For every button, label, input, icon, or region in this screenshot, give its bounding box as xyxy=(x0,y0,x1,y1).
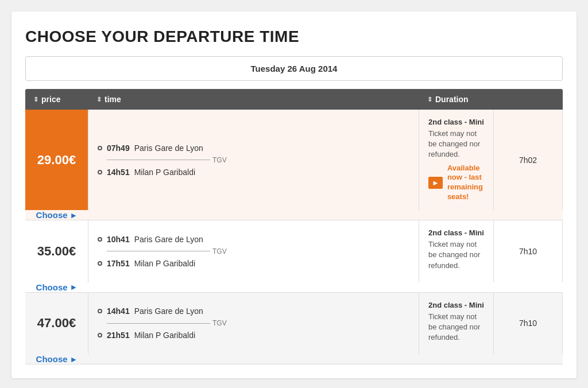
arrival-dot-3 xyxy=(98,333,102,337)
info-cell-3: 2nd class - Mini Ticket may not be chang… xyxy=(419,293,494,355)
sort-price-icon: ⇕ xyxy=(33,96,38,103)
header-price[interactable]: ⇕ price xyxy=(25,89,88,110)
table-row: 35.00€ 10h41 Paris Gare de Lyon TGV 17h5… xyxy=(25,220,563,293)
train-line-1: TGV xyxy=(98,156,409,164)
horiz-line-1 xyxy=(107,160,210,160)
departure-dot-3 xyxy=(98,309,102,313)
date-bar: Tuesday 26 Aug 2014 xyxy=(25,56,563,81)
sort-time-icon: ⇕ xyxy=(96,96,102,103)
time-cell-3: 14h41 Paris Gare de Lyon TGV 21h51 Milan… xyxy=(88,293,419,355)
duration-cell-3: 7h10 xyxy=(494,293,563,355)
price-cell-2: 35.00€ xyxy=(25,220,88,282)
train-line-2: TGV xyxy=(98,247,409,255)
header-time[interactable]: ⇕ time xyxy=(88,89,419,110)
arrival-dot-2 xyxy=(98,261,102,266)
duration-cell-2: 7h10 xyxy=(494,220,563,282)
departure-dot-2 xyxy=(98,237,102,242)
header-action xyxy=(494,89,563,110)
choose-button-3[interactable]: Choose ► xyxy=(36,354,78,364)
main-container: CHOOSE YOUR DEPARTURE TIME Tuesday 26 Au… xyxy=(11,11,577,378)
table-row: 47.00€ 14h41 Paris Gare de Lyon TGV 21h5… xyxy=(25,293,563,365)
choose-cell-1[interactable]: Choose ► xyxy=(25,210,88,220)
header-duration[interactable]: ⇕ Duration xyxy=(419,89,494,110)
sort-duration-icon: ⇕ xyxy=(427,96,432,103)
info-cell-1: 2nd class - Mini Ticket may not be chang… xyxy=(419,110,494,210)
time-cell-2: 10h41 Paris Gare de Lyon TGV 17h51 Milan… xyxy=(88,220,419,282)
departure-line-2: 10h41 Paris Gare de Lyon xyxy=(98,235,409,244)
price-cell-3: 47.00€ xyxy=(25,293,88,355)
departure-dot-1 xyxy=(98,146,102,150)
horiz-line-3 xyxy=(107,323,210,324)
table-header: ⇕ price ⇕ time ⇕ Duration xyxy=(25,89,563,110)
choose-arrow-icon-2: ► xyxy=(70,282,78,292)
choose-button-2[interactable]: Choose ► xyxy=(36,282,78,292)
available-badge-1: ► Available now - last remaining seats! xyxy=(428,164,484,203)
price-cell-1: 29.00€ xyxy=(25,110,88,210)
choose-cell-3[interactable]: Choose ► xyxy=(25,354,88,364)
departure-line-1: 07h49 Paris Gare de Lyon xyxy=(98,143,409,153)
choose-arrow-icon-1: ► xyxy=(70,211,78,220)
departure-line-3: 14h41 Paris Gare de Lyon xyxy=(98,306,409,316)
table-row: 29.00€ 07h49 Paris Gare de Lyon TGV 14h5… xyxy=(25,110,563,220)
arrival-line-3: 21h51 Milan P Garibaldi xyxy=(98,331,409,340)
arrow-icon-1: ► xyxy=(428,177,443,189)
choose-arrow-icon-3: ► xyxy=(70,355,78,364)
choose-cell-2[interactable]: Choose ► xyxy=(25,282,88,292)
info-cell-2: 2nd class - Mini Ticket may not be chang… xyxy=(419,220,494,282)
choose-button-1[interactable]: Choose ► xyxy=(36,210,78,220)
page-title: CHOOSE YOUR DEPARTURE TIME xyxy=(25,28,563,46)
duration-cell-1: 7h02 xyxy=(494,110,563,210)
arrival-line-1: 14h51 Milan P Garibaldi xyxy=(98,168,409,177)
train-line-3: TGV xyxy=(98,319,409,327)
horiz-line-2 xyxy=(107,251,210,251)
time-cell-1: 07h49 Paris Gare de Lyon TGV 14h51 Milan… xyxy=(88,110,419,210)
arrival-line-2: 17h51 Milan P Garibaldi xyxy=(98,259,409,268)
arrival-dot-1 xyxy=(98,170,102,174)
